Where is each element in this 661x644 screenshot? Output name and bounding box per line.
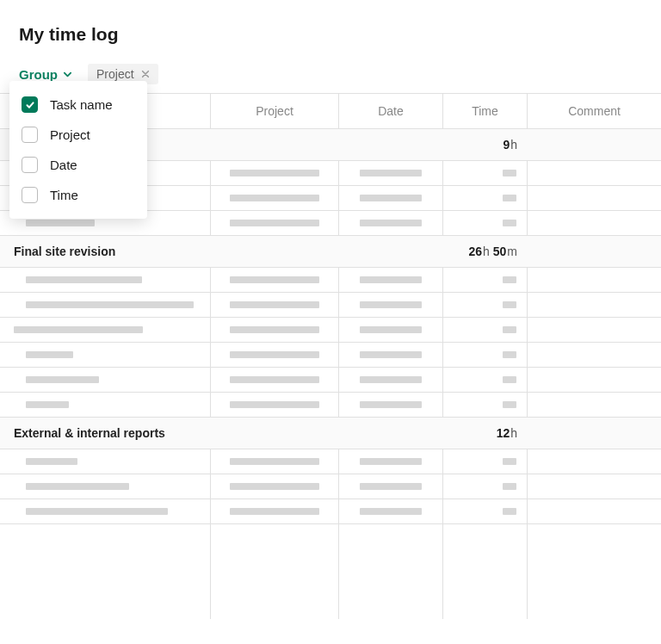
placeholder bbox=[26, 458, 77, 465]
placeholder bbox=[360, 458, 422, 465]
placeholder bbox=[360, 301, 422, 308]
placeholder bbox=[360, 220, 422, 226]
cell-project bbox=[211, 368, 339, 392]
group-button[interactable]: Group bbox=[19, 67, 72, 82]
checkbox[interactable] bbox=[22, 96, 38, 113]
cell-project bbox=[211, 393, 339, 417]
checkbox[interactable] bbox=[22, 187, 38, 203]
column-header-time: Time bbox=[443, 94, 528, 128]
group-label: Group bbox=[19, 67, 58, 82]
dropdown-item[interactable]: Task name bbox=[9, 90, 147, 120]
placeholder bbox=[14, 326, 143, 333]
placeholder bbox=[26, 508, 168, 515]
group-header[interactable]: External & internal reports12h bbox=[0, 418, 661, 449]
cell-name bbox=[0, 499, 211, 523]
table-row[interactable] bbox=[0, 368, 661, 393]
placeholder bbox=[230, 401, 319, 408]
cell-name bbox=[0, 293, 211, 317]
cell-comment bbox=[528, 318, 661, 342]
placeholder bbox=[26, 351, 73, 358]
cell-comment bbox=[528, 186, 661, 210]
placeholder bbox=[503, 220, 516, 226]
cell-name bbox=[0, 393, 211, 417]
dropdown-item[interactable]: Time bbox=[9, 180, 147, 210]
group-time-total: 12h bbox=[443, 418, 528, 449]
placeholder bbox=[503, 170, 516, 176]
table-row[interactable] bbox=[0, 293, 661, 318]
column-header-project: Project bbox=[211, 94, 339, 128]
table-row[interactable] bbox=[0, 318, 661, 343]
dropdown-item[interactable]: Project bbox=[9, 120, 147, 150]
cell-comment bbox=[528, 499, 661, 523]
cell-time bbox=[443, 318, 528, 342]
placeholder bbox=[26, 376, 99, 383]
group-name: External & internal reports bbox=[0, 418, 443, 449]
cell-date bbox=[339, 368, 443, 392]
cell-project bbox=[211, 186, 339, 210]
cell-name bbox=[0, 368, 211, 392]
filter-chip-label: Project bbox=[96, 67, 134, 81]
cell-time bbox=[443, 161, 528, 185]
cell-time bbox=[443, 474, 528, 498]
cell-comment bbox=[528, 211, 661, 235]
placeholder bbox=[26, 483, 129, 490]
placeholder bbox=[503, 326, 516, 333]
table-row[interactable] bbox=[0, 449, 661, 474]
placeholder bbox=[230, 326, 319, 333]
placeholder bbox=[360, 326, 422, 333]
group-time-total: 26h 50m bbox=[443, 236, 528, 267]
placeholder bbox=[503, 351, 516, 358]
placeholder bbox=[230, 508, 319, 515]
table-row[interactable] bbox=[0, 393, 661, 418]
cell-time bbox=[443, 499, 528, 523]
cell-time bbox=[443, 293, 528, 317]
placeholder bbox=[230, 220, 319, 226]
cell-date bbox=[339, 449, 443, 474]
dropdown-item[interactable]: Date bbox=[9, 150, 147, 180]
checkbox[interactable] bbox=[22, 127, 38, 143]
placeholder bbox=[503, 483, 516, 490]
group-time-total: 9h bbox=[443, 129, 528, 160]
cell-time bbox=[443, 211, 528, 235]
cell-name bbox=[0, 268, 211, 292]
cell-name bbox=[0, 318, 211, 342]
placeholder bbox=[360, 508, 422, 515]
placeholder bbox=[360, 170, 422, 176]
placeholder bbox=[360, 376, 422, 383]
placeholder bbox=[503, 508, 516, 515]
placeholder bbox=[230, 170, 319, 176]
cell-comment bbox=[528, 343, 661, 367]
placeholder bbox=[230, 376, 319, 383]
table-empty-area bbox=[0, 524, 661, 619]
placeholder bbox=[503, 276, 516, 283]
cell-comment bbox=[528, 293, 661, 317]
cell-project bbox=[211, 211, 339, 235]
checkbox[interactable] bbox=[22, 157, 38, 173]
table-row[interactable] bbox=[0, 343, 661, 368]
placeholder bbox=[360, 351, 422, 358]
cell-project bbox=[211, 293, 339, 317]
placeholder bbox=[360, 401, 422, 408]
page-title: My time log bbox=[19, 24, 642, 45]
cell-name bbox=[0, 343, 211, 367]
cell-date bbox=[339, 393, 443, 417]
placeholder bbox=[230, 458, 319, 465]
placeholder bbox=[230, 483, 319, 490]
cell-date bbox=[339, 318, 443, 342]
table-row[interactable] bbox=[0, 268, 661, 293]
cell-name bbox=[0, 449, 211, 474]
group-header[interactable]: Final site revision26h 50m bbox=[0, 236, 661, 268]
placeholder bbox=[360, 276, 422, 283]
table-row[interactable] bbox=[0, 474, 661, 499]
cell-project bbox=[211, 343, 339, 367]
placeholder bbox=[230, 195, 319, 201]
placeholder bbox=[26, 301, 194, 308]
cell-time bbox=[443, 368, 528, 392]
table-row[interactable] bbox=[0, 499, 661, 524]
cell-date bbox=[339, 268, 443, 292]
placeholder bbox=[26, 220, 95, 226]
close-icon[interactable] bbox=[141, 70, 150, 78]
placeholder bbox=[503, 301, 516, 308]
cell-date bbox=[339, 499, 443, 523]
placeholder bbox=[503, 376, 516, 383]
